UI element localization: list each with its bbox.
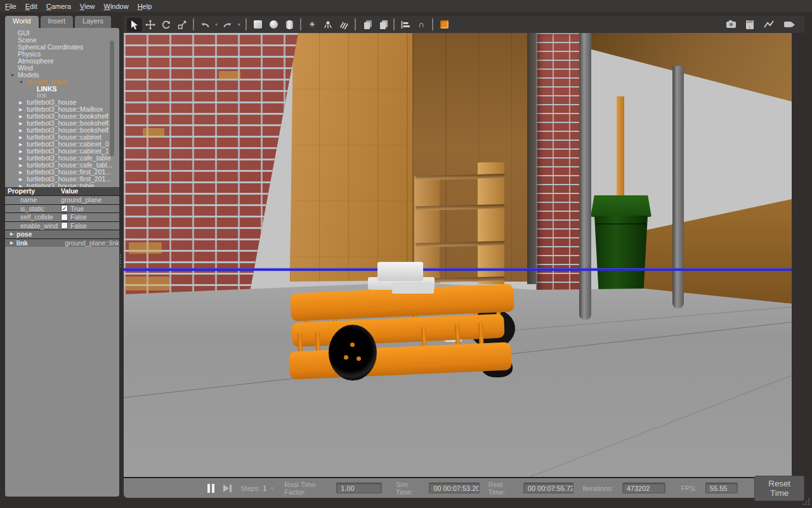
- tab-insert[interactable]: Insert: [41, 16, 74, 28]
- translate-icon[interactable]: [143, 18, 158, 32]
- rotate-icon[interactable]: [159, 18, 174, 32]
- tree-item-links[interactable]: LINKS: [5, 86, 119, 93]
- tab-layers[interactable]: Layers: [75, 16, 111, 28]
- expand-right-icon[interactable]: ▶: [19, 183, 27, 187]
- right-panel-splitter[interactable]: [792, 33, 804, 477]
- video-recorder-icon[interactable]: [780, 18, 796, 32]
- point-light-icon[interactable]: ☀: [304, 18, 320, 32]
- step-button[interactable]: [223, 485, 232, 492]
- copy-icon[interactable]: [359, 18, 374, 32]
- property-row-is-static[interactable]: is_static ✓ True: [5, 204, 119, 213]
- panel-tabs: World Insert Layers: [5, 16, 119, 28]
- expand-right-icon[interactable]: ▶: [10, 240, 16, 245]
- plot-window-icon[interactable]: [761, 18, 776, 32]
- expand-right-icon[interactable]: ▶: [19, 127, 27, 134]
- toolbar-separator: [393, 18, 395, 30]
- fps-value[interactable]: 55.55: [705, 483, 738, 493]
- turtlebot3-robot[interactable]: [285, 258, 520, 382]
- sim-time-value[interactable]: 00 00:07:53.202: [429, 483, 480, 493]
- menu-file[interactable]: File: [5, 3, 16, 10]
- tab-world[interactable]: World: [5, 16, 39, 28]
- menu-view[interactable]: View: [80, 3, 95, 10]
- robot-lidar: [377, 262, 423, 281]
- robot-left-wheel: [329, 325, 377, 381]
- property-table: Property Value name ground_plane is_stat…: [5, 187, 119, 247]
- expand-down-icon[interactable]: ▼: [10, 72, 18, 79]
- checkbox-unchecked[interactable]: [61, 214, 68, 221]
- real-time-value[interactable]: 00 00:07:55.721: [523, 483, 574, 493]
- menu-help[interactable]: Help: [138, 3, 152, 10]
- robot-lidar-step: [392, 282, 434, 294]
- undo-icon[interactable]: [197, 18, 213, 32]
- undo-history-icon[interactable]: ▾: [213, 22, 219, 27]
- property-row-name[interactable]: name ground_plane: [5, 195, 119, 204]
- tree-item-table[interactable]: ▶turtlebot3_house::table: [5, 183, 119, 187]
- world-tree: GUI Scene Spherical Coordinates Physics …: [5, 28, 119, 187]
- redo-icon[interactable]: [220, 18, 235, 32]
- property-row-link[interactable]: ▶ link ground_plane::link: [5, 238, 119, 247]
- menu-edit[interactable]: Edit: [25, 3, 37, 10]
- menu-camera[interactable]: Camera: [46, 3, 71, 10]
- change-view-box-icon[interactable]: [436, 18, 452, 32]
- expand-right-icon[interactable]: ▶: [19, 155, 27, 162]
- expand-right-icon[interactable]: ▶: [19, 120, 27, 127]
- align-icon[interactable]: [398, 18, 413, 32]
- render-viewport[interactable]: [124, 33, 792, 477]
- expand-right-icon[interactable]: ▶: [10, 231, 16, 237]
- rtf-value[interactable]: 1.00: [336, 483, 382, 493]
- select-arrow-icon[interactable]: [127, 18, 142, 32]
- rtf-label: Real Time Factor:: [284, 481, 327, 496]
- spot-light-icon[interactable]: [320, 18, 336, 32]
- menu-bar: File Edit Camera View Window Help: [0, 0, 812, 12]
- toolbar-separator: [193, 18, 194, 30]
- expand-right-icon[interactable]: ▶: [19, 106, 27, 113]
- redo-history-icon[interactable]: ▾: [236, 22, 242, 27]
- property-row-pose[interactable]: ▶ pose: [5, 230, 119, 238]
- property-row-self-collide[interactable]: self_collide False: [5, 212, 119, 221]
- toolbar-separator: [355, 18, 356, 30]
- tree-item-ground-plane[interactable]: ▼ground_plane: [5, 79, 119, 86]
- expand-down-icon[interactable]: ▼: [19, 79, 27, 86]
- steps-control[interactable]: Steps: 1 ▾: [240, 485, 275, 492]
- expand-right-icon[interactable]: ▶: [19, 134, 27, 141]
- steps-dropdown-icon[interactable]: ▾: [269, 486, 275, 491]
- floor-grid-lines: [124, 33, 792, 477]
- render-toolbar-right: [723, 18, 804, 32]
- toolbar-separator: [432, 18, 433, 30]
- expand-right-icon[interactable]: ▶: [19, 176, 27, 183]
- left-splitter-handle[interactable]: [120, 252, 122, 268]
- directional-light-icon[interactable]: [336, 18, 351, 32]
- expand-right-icon[interactable]: ▶: [19, 99, 27, 106]
- screenshot-camera-icon[interactable]: [723, 18, 738, 32]
- expand-right-icon[interactable]: ▶: [19, 169, 27, 176]
- expand-right-icon[interactable]: ▶: [19, 141, 27, 148]
- property-table-header: Property Value: [5, 187, 119, 195]
- window-resize-grip[interactable]: [802, 498, 810, 505]
- paste-icon[interactable]: [375, 18, 390, 32]
- pause-button[interactable]: [207, 484, 214, 493]
- expand-right-icon[interactable]: ▶: [19, 148, 27, 155]
- gray-pole: [579, 33, 591, 320]
- tree-scrollbar[interactable]: [110, 41, 114, 156]
- toolbar-separator: [246, 18, 247, 30]
- time-panel: Steps: 1 ▾ Real Time Factor: 1.00 Sim Ti…: [124, 477, 804, 498]
- world-panel: GUI Scene Spherical Coordinates Physics …: [5, 28, 119, 497]
- sim-time-label: Sim Time:: [396, 481, 420, 496]
- box-shape-icon[interactable]: [250, 18, 265, 32]
- checkbox-unchecked[interactable]: [61, 222, 68, 229]
- sphere-shape-icon[interactable]: [266, 18, 281, 32]
- menu-window[interactable]: Window: [104, 3, 129, 10]
- checkbox-checked[interactable]: ✓: [61, 205, 68, 212]
- expand-right-icon[interactable]: ▶: [19, 162, 27, 169]
- iterations-label: Iterations:: [582, 485, 613, 492]
- reset-time-button[interactable]: Reset Time: [754, 476, 804, 501]
- iterations-value[interactable]: 473202: [622, 483, 666, 493]
- scale-icon[interactable]: [174, 18, 190, 32]
- log-recorder-icon[interactable]: [742, 18, 757, 32]
- cylinder-shape-icon[interactable]: [282, 18, 297, 32]
- snap-magnet-icon[interactable]: ∩: [414, 18, 429, 32]
- expand-right-icon[interactable]: ▶: [19, 113, 27, 120]
- real-time-label: Real Time:: [488, 481, 514, 496]
- property-row-enable-wind[interactable]: enable_wind False: [5, 221, 119, 230]
- toolbar-separator: [300, 18, 301, 30]
